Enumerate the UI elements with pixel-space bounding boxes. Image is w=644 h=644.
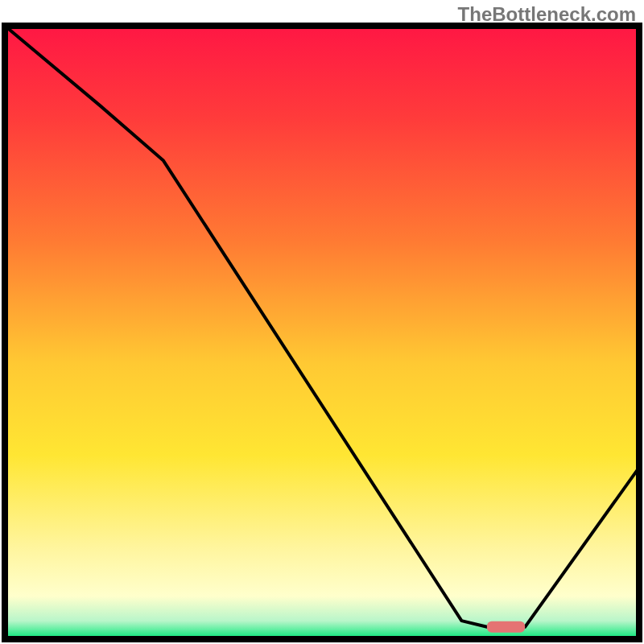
gradient-background	[5, 26, 639, 639]
watermark-text: TheBottleneck.com	[458, 3, 636, 26]
optimal-marker	[487, 621, 525, 633]
bottleneck-chart	[0, 0, 644, 644]
chart-container: TheBottleneck.com	[0, 0, 644, 644]
